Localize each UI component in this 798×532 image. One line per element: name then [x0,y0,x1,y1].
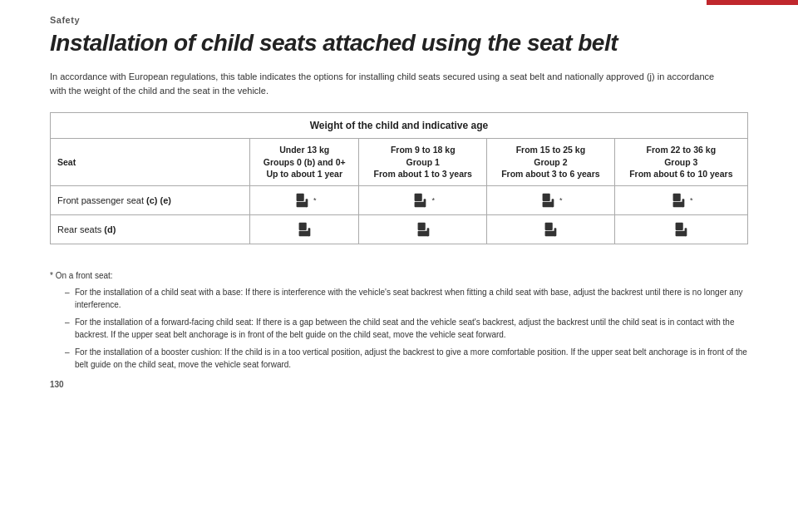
section-label: Safety [50,15,748,25]
col-header-3: From 15 to 25 kg Group 2 From about 3 to… [487,139,615,186]
page-title: Installation of child seats attached usi… [50,30,748,57]
col-header-4: From 22 to 36 kg Group 3 From about 6 to… [614,139,747,186]
footnote-item-3: For the installation of a booster cushio… [66,346,748,372]
cell-front-col1: * [250,186,359,215]
footnote-item-1: For the installation of a child seat wit… [66,286,748,312]
svg-rect-21 [676,223,683,230]
svg-rect-2 [306,199,308,207]
svg-rect-10 [673,202,684,207]
svg-rect-12 [299,223,307,230]
svg-rect-6 [543,194,550,201]
footnote-section: * On a front seat: For the installation … [50,269,748,372]
footnote-item-2: For the installation of a forward-facing… [66,316,748,342]
cell-front-col4: * [614,186,747,215]
svg-rect-3 [415,194,422,201]
svg-rect-17 [426,228,429,236]
svg-rect-11 [682,199,685,207]
cell-rear-col4 [614,215,747,244]
intro-paragraph: In accordance with European regulations,… [50,70,732,97]
cell-rear-col3 [487,215,615,244]
cell-rear-col1 [250,215,359,244]
seat-label-rear: Rear seats (d) [51,215,250,244]
svg-rect-5 [424,199,426,207]
footnote-list: For the installation of a child seat wit… [50,286,748,372]
svg-rect-22 [676,231,687,236]
col-header-seat: Seat [51,139,250,186]
red-accent-bar [707,0,798,5]
svg-rect-18 [545,223,553,230]
seat-label-front: Front passenger seat (c) (e) [51,186,250,215]
svg-rect-8 [552,199,554,207]
svg-rect-13 [299,231,310,236]
svg-rect-16 [417,231,428,236]
svg-rect-0 [297,194,304,201]
page-number: 130 [50,380,64,389]
svg-rect-15 [417,223,425,230]
table-row: Rear seats (d) [51,215,748,244]
svg-rect-9 [673,194,681,201]
table-row: Front passenger seat (c) (e) * [51,186,748,215]
svg-rect-1 [297,202,308,207]
cell-front-col3: * [487,186,615,215]
svg-rect-19 [545,231,556,236]
svg-rect-23 [685,228,687,236]
child-seat-table: Weight of the child and indicative age S… [50,112,748,244]
footnote-title: * On a front seat: [50,269,748,283]
svg-rect-20 [554,228,557,236]
svg-rect-7 [543,202,554,207]
cell-front-col2: * [359,186,487,215]
table-main-header: Weight of the child and indicative age [51,113,748,139]
col-header-2: From 9 to 18 kg Group 1 From about 1 to … [359,139,487,186]
col-header-1: Under 13 kg Groups 0 (b) and 0+ Up to ab… [250,139,359,186]
cell-rear-col2 [359,215,487,244]
svg-rect-4 [415,202,426,207]
svg-rect-14 [308,228,311,236]
